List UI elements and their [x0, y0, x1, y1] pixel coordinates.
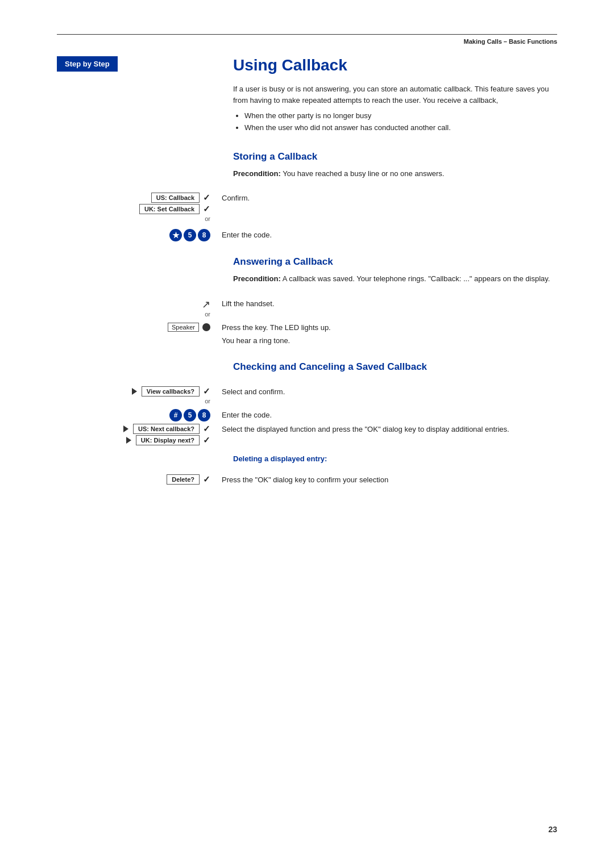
right-column: Using Callback If a user is busy or is n… [216, 56, 557, 145]
checking-step-2: # 5 8 Enter the code. [57, 409, 557, 422]
led-indicator [202, 323, 210, 331]
view-callbacks-row: View callbacks? ✓ [132, 386, 210, 397]
checkmark-3: ✓ [203, 386, 210, 397]
answering-step-1-text: Lift the handset. [216, 298, 557, 310]
page-title: Using Callback [233, 56, 557, 74]
uk-display-next-key: UK: Display next? [136, 435, 200, 445]
us-next-callback-key: US: Next callback? [133, 424, 200, 434]
storing-step-1-text: Confirm. [216, 193, 557, 204]
checking-step-2-text: Enter the code. [216, 410, 557, 421]
checkmark-5: ✓ [203, 435, 210, 445]
header-rule [57, 34, 557, 35]
uk-callback-row: UK: Set Callback ✓ [139, 204, 210, 214]
left-column: Step by Step [57, 56, 216, 145]
us-callback-key: US: Callback [151, 193, 200, 203]
step-by-step-badge: Step by Step [57, 56, 118, 72]
checkmark-4: ✓ [203, 424, 210, 434]
five-key-1: 5 [184, 229, 196, 241]
delete-key: Delete? [167, 474, 200, 485]
uk-callback-key: UK: Set Callback [139, 204, 200, 214]
answering-step-1: ↗ or Lift the handset. [57, 298, 557, 320]
storing-step-1: US: Callback ✓ UK: Set Callback ✓ or Con… [57, 193, 557, 224]
header-title: Making Calls – Basic Functions [0, 38, 614, 45]
storing-code-circles: ★ 5 8 [169, 229, 210, 241]
or-label-3: or [205, 398, 210, 404]
hash-key: # [169, 409, 182, 422]
checking-step-1-text: Select and confirm. [216, 386, 557, 398]
checkmark-1: ✓ [203, 193, 210, 203]
storing-section: Storing a Callback Precondition: You hav… [57, 145, 557, 185]
delete-step: Delete? ✓ Press the "OK" dialog key to c… [57, 474, 557, 486]
triangle-icon-3 [126, 437, 131, 444]
intro-bullets: When the other party is no longer busy W… [244, 110, 557, 134]
answering-section: Answering a Callback Precondition: A cal… [57, 251, 557, 290]
storing-step-2: ★ 5 8 Enter the code. [57, 229, 557, 241]
handset-icon: ↗ [202, 298, 210, 311]
page-container: Making Calls – Basic Functions Step by S… [0, 0, 614, 868]
answering-step-2: Speaker Press the key. The LED lights up… [57, 322, 557, 333]
answering-precondition: Precondition: A callback was saved. Your… [233, 273, 557, 285]
triangle-icon-2 [123, 425, 128, 432]
checkmark-6: ✓ [203, 474, 210, 485]
bullet-1: When the other party is no longer busy [244, 110, 557, 122]
us-next-callback-row: US: Next callback? ✓ [123, 424, 210, 434]
speaker-key: Speaker [168, 323, 199, 332]
bullet-2: When the user who did not answer has con… [244, 122, 557, 134]
answering-step-3-text: You hear a ring tone. [216, 335, 557, 347]
view-callbacks-key: View callbacks? [142, 386, 200, 397]
star-key: ★ [169, 229, 182, 241]
checking-step-1: View callbacks? ✓ or Select and confirm. [57, 386, 557, 407]
main-layout: Step by Step Using Callback If a user is… [57, 56, 557, 145]
or-label-2: or [205, 311, 210, 318]
page-number: 23 [548, 825, 557, 834]
checking-title: Checking and Canceling a Saved Callback [233, 361, 557, 373]
storing-title: Storing a Callback [233, 151, 557, 162]
eight-key-2: 8 [198, 409, 210, 422]
uk-display-next-row: UK: Display next? ✓ [126, 435, 210, 445]
checking-code-circles: # 5 8 [169, 409, 210, 422]
answering-title: Answering a Callback [233, 256, 557, 268]
triangle-icon-1 [132, 388, 137, 395]
checking-section: Checking and Canceling a Saved Callback [57, 356, 557, 378]
answering-step-3: You hear a ring tone. [57, 335, 557, 347]
checking-step-3: US: Next callback? ✓ UK: Display next? ✓… [57, 424, 557, 446]
answering-step-2-text: Press the key. The LED lights up. [216, 322, 557, 333]
deleting-section: Deleting a displayed entry: [57, 454, 557, 466]
or-label-1: or [205, 215, 210, 222]
deleting-subtitle: Deleting a displayed entry: [233, 454, 557, 463]
intro-paragraph: If a user is busy or is not answering, y… [233, 84, 557, 106]
checking-step-3-text: Select the displayed function and press … [216, 424, 557, 435]
storing-precondition: Precondition: You have reached a busy li… [233, 168, 557, 180]
five-key-2: 5 [184, 409, 196, 422]
us-callback-row: US: Callback ✓ [151, 193, 210, 203]
storing-step-2-text: Enter the code. [216, 229, 557, 241]
delete-step-text: Press the "OK" dialog key to confirm you… [216, 474, 557, 486]
checkmark-2: ✓ [203, 204, 210, 214]
eight-key-1: 8 [198, 229, 210, 241]
